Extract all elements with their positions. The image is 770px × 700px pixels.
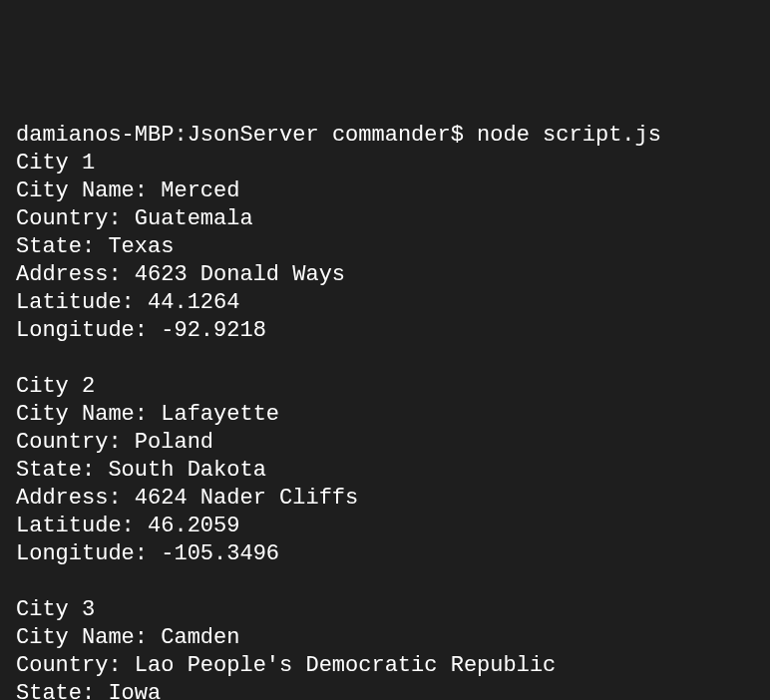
city-3-header: City 3 [16,597,95,622]
city-3-country-line: Country: Lao People's Democratic Republi… [16,653,556,678]
city-1-header: City 1 [16,151,95,175]
city-2-header: City 2 [16,374,95,399]
city-2-country-line: Country: Poland [16,430,213,455]
prompt-host: damianos-MBP [16,123,174,148]
city-3-name-line: City Name: Camden [16,625,239,650]
city-2-state-line: State: South Dakota [16,458,266,483]
terminal-output: damianos-MBP:JsonServer commander$ node … [16,122,754,700]
city-2-longitude-line: Longitude: -105.3496 [16,541,279,566]
city-2-name-line: City Name: Lafayette [16,402,279,427]
city-1-longitude-line: Longitude: -92.9218 [16,318,266,343]
prompt-line-1[interactable]: damianos-MBP:JsonServer commander$ node … [16,123,661,148]
city-1-name-line: City Name: Merced [16,178,239,203]
prompt-cwd: JsonServer [188,123,319,148]
city-3-state-line: State: Iowa [16,681,161,700]
city-2-latitude-line: Latitude: 46.2059 [16,514,239,538]
prompt-sep1: : [174,123,187,148]
city-1-latitude-line: Latitude: 44.1264 [16,290,239,315]
city-2-address-line: Address: 4624 Nader Cliffs [16,486,358,511]
city-1-state-line: State: Texas [16,234,174,259]
city-1-address-line: Address: 4623 Donald Ways [16,262,345,287]
prompt-sep2: $ [451,123,464,148]
command: node script.js [477,123,661,148]
city-1-country-line: Country: Guatemala [16,206,253,231]
prompt-user: commander [332,123,451,148]
